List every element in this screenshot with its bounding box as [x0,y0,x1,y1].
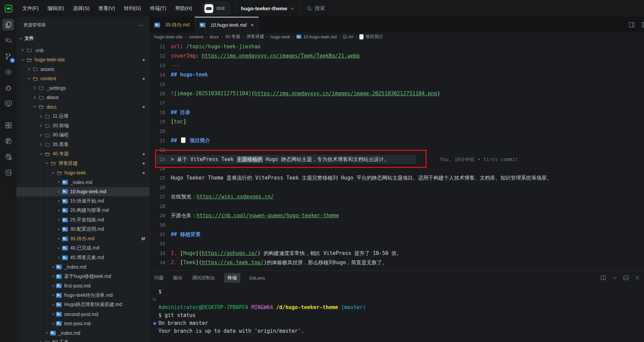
code-line[interactable]: 21## 项目简介 [150,136,644,145]
code-link[interactable]: https://img.onedayxyy.cn/images/Teek/Tee… [202,53,360,59]
breadcrumb-item[interactable]: docs [210,34,219,39]
code-line[interactable]: 18## 目录 [150,108,644,117]
code-line[interactable]: 19[toc] [150,117,644,126]
code-line[interactable]: 32 [150,239,644,248]
panel-close-icon[interactable] [634,274,641,282]
terminal[interactable]: $Administrator@DESKTOP-7PB0PFA MINGW64 /… [158,288,644,335]
global-search-input[interactable]: 搜索 [307,5,325,12]
breadcrumb-item[interactable]: hugo-teek-site [154,34,182,39]
panel-tab[interactable]: GitLens [249,274,266,282]
code-line[interactable]: 26 [150,183,644,192]
code-line[interactable]: 16![image-20251030212751104](https://img… [150,89,644,98]
tree-item-folder[interactable]: assets [16,64,149,74]
tree-item-file[interactable]: M↓20.构建与部署.md [16,206,149,216]
code-line[interactable]: 31## 移植背景 [150,230,644,239]
code-editor[interactable]: 11url: /topic/hugo-teek-jieshao12coverIm… [150,42,644,267]
tree-item-folder[interactable]: 20.前端 [16,121,149,131]
code-line[interactable]: 12coverImg: https://img.onedayxyy.cn/ima… [150,51,644,61]
tree-item-file[interactable]: M↓hugo-teek待办清单.md [16,291,149,300]
menu-item[interactable]: 选择(S) [69,3,94,14]
menu-item[interactable]: 转到(G) [120,3,146,14]
preview-eye-icon[interactable] [2,66,14,78]
editor-layout-icon[interactable] [628,21,635,30]
files-section-header[interactable]: 文件 [16,33,149,44]
tree-item-file[interactable]: M↓25.开发指南.md [16,215,149,225]
tree-item-file[interactable]: M↓45.博客元素.md [16,253,149,262]
panel-tab[interactable]: 输出 [172,273,183,283]
source-control-icon[interactable] [2,50,14,62]
code-line[interactable]: 27在线预览：https://wiki.xxdevops.cn/ [150,192,644,201]
tree-item-file[interactable]: M↓30.配置说明.md [16,225,149,234]
breadcrumb-item[interactable]: 博客搭建 [247,34,264,40]
menu-item[interactable]: 编辑(E) [43,3,69,14]
tree-item-folder[interactable]: 50.工具 [16,338,149,342]
menu-item[interactable]: 查看(V) [94,3,119,14]
code-line[interactable]: 29开源仓库：https://cnb.cool/yuwen-gueen/hugo… [150,211,644,220]
code-box-icon[interactable] [2,167,14,178]
tree-item-folder[interactable]: hugo-teek [16,168,149,178]
tree-item-folder[interactable]: about [16,93,149,102]
tree-item-folder[interactable]: 35.黑客 [16,140,149,149]
tree-item-file[interactable]: M↓35.待办.mdM [16,234,149,244]
terminal-line[interactable]: Administrator@DESKTOP-7PB0PFA MINGW64 /d… [158,304,644,312]
editor-tab[interactable]: M↓10.hugo-teek.md× [195,17,259,33]
code-link[interactable]: https://wiki.xxdevops.cn/ [196,194,274,200]
breadcrumb-item[interactable]: M↓10.hugo-teek.md [296,34,337,39]
terminal-line[interactable]: Your branch is up to date with 'origin/m… [158,327,644,335]
tree-item-file[interactable]: M↓_index.md [16,178,149,187]
remote-screen-icon[interactable] [2,98,14,109]
code-line[interactable]: 331. [Hugo](https://gohugo.io/) 的构建速度非常快… [150,249,644,258]
extensions-grid-icon[interactable] [2,119,14,131]
code-line[interactable]: 14## hugo-teek [150,70,644,80]
tree-item-file[interactable]: M↓test-post.md [16,319,149,329]
close-icon[interactable]: × [251,22,254,27]
tree-item-folder[interactable]: _settings [16,83,149,93]
menu-item[interactable]: 文件(F) [18,3,43,14]
editor-tab[interactable]: M↓35.待办.md [150,17,195,33]
tree-item-file[interactable]: M↓10.hugo-teek.md [16,187,149,197]
search-icon[interactable] [2,35,14,46]
split-terminal-icon[interactable] [600,274,607,282]
breadcrumb-item[interactable]: hugo-teek [271,34,290,39]
explorer-icon[interactable] [2,19,14,30]
code-link[interactable]: https://cnb.cool/yuwen-gueen/hugo-teeker… [196,212,339,219]
code-line[interactable]: 25Hugo Teeker Theme 是将流行的 VitePress Teek… [150,173,644,183]
tree-item-file[interactable]: M↓first-post.md [16,281,149,291]
terminal-line[interactable]: $ [158,288,644,296]
tree-item-file[interactable]: M↓_index.md [16,262,149,272]
code-line[interactable]: 23> 基于 VitePress Teek 主题移植的 Hugo 静态网站主题，… [150,155,644,164]
tree-item-file[interactable]: M↓second-post.md [16,309,149,319]
terminal-line[interactable]: $ git status [158,312,644,319]
tree-item-file[interactable]: M↓15.快速开始.md [16,196,149,206]
breadcrumb-item[interactable]: 项目简介 [359,34,383,40]
tree-item-folder[interactable]: 博客搭建 [16,159,149,168]
code-link[interactable]: https://gohugo.io/ [202,250,258,256]
code-line[interactable]: 28 [150,202,644,211]
tree-item-file[interactable]: M↓40.已完成.md [16,244,149,253]
panel-tab[interactable]: 调试控制台 [191,273,216,283]
chevron-down-icon[interactable] [611,274,618,282]
tree-item-file[interactable]: M↓基于hugo移植teek.md [16,272,149,281]
terminal-line[interactable]: On branch master [158,319,644,327]
tree-item-folder[interactable]: .cnb [16,46,149,55]
menu-item[interactable]: 帮助(H) [171,3,196,14]
code-link[interactable]: https://img.onedayxyy.cn/images/image-20… [254,90,437,97]
editor-more-icon[interactable] [641,21,644,30]
more-actions-icon[interactable]: ⋯ [138,22,144,28]
code-line[interactable]: 13--- [150,61,644,70]
code-link[interactable]: https://vp.teek.top/ [202,259,264,266]
tree-item-folder[interactable]: docs [16,102,149,112]
breadcrumb-item[interactable]: 40.专题 [225,34,240,40]
panel-layout-icon[interactable] [623,274,629,282]
app-logo-icon[interactable] [5,5,12,12]
code-line[interactable]: 342. [Teek](https://vp.teek.top/)的体验极其丝滑… [150,258,644,267]
code-line[interactable]: 30 [150,220,644,230]
tree-item-folder[interactable]: 30.编程 [16,131,149,140]
gitlens-icon[interactable] [2,135,14,147]
project-switcher[interactable]: hugo-teeker-theme [241,5,295,11]
code-line[interactable]: 11url: /topic/hugo-teek-jieshao [150,42,644,51]
terminal-line[interactable] [158,296,644,304]
tree-item-folder[interactable]: 11.运维 [16,112,149,121]
panel-tab[interactable]: 问题 [154,273,164,283]
code-line[interactable]: 15 [150,80,644,89]
